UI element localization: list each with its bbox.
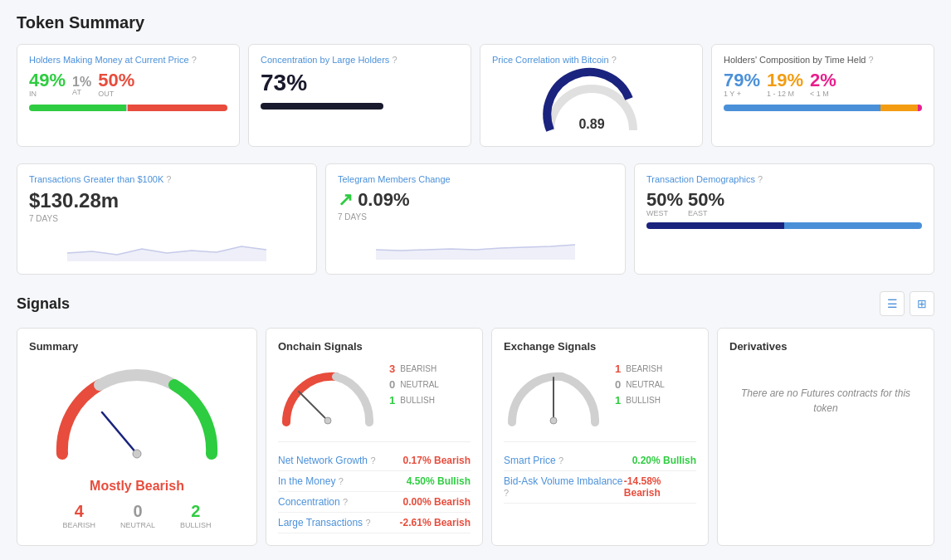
- svg-line-5: [299, 392, 328, 421]
- price-correlation-link[interactable]: Price Correlation with Bitcoin: [492, 55, 609, 65]
- onchain-row-3-value: -2.61% Bearish: [400, 517, 471, 528]
- onchain-bullish-label: BULLISH: [400, 396, 435, 405]
- page-title: Token Summary: [17, 13, 934, 32]
- holders-in-label: IN: [29, 90, 66, 98]
- net-network-help-icon[interactable]: ?: [370, 455, 375, 465]
- signals-title: Signals: [17, 295, 70, 313]
- concentration-card: Concentration by Large Holders ? 73%: [248, 44, 471, 147]
- demo-east-label: EAST: [688, 209, 724, 217]
- comp-1y-val: 79%: [724, 70, 760, 90]
- concentration-signal-help-icon[interactable]: ?: [343, 497, 348, 507]
- holders-at-label: AT: [72, 88, 91, 96]
- holders-money-title: Holders Making Money at Current Price ?: [29, 55, 227, 65]
- exchange-row-0-name[interactable]: Smart Price ?: [504, 455, 563, 466]
- demo-west-label: WEST: [646, 209, 683, 217]
- list-icon: ☰: [887, 297, 898, 310]
- holders-progress-bar: [29, 105, 227, 111]
- holders-out-label: OUT: [98, 90, 134, 98]
- holders-money-link[interactable]: Holders Making Money at Current Price: [29, 55, 189, 65]
- in-money-help-icon[interactable]: ?: [339, 476, 344, 486]
- price-correlation-title: Price Correlation with Bitcoin ?: [492, 55, 690, 65]
- exchange-row-0: Smart Price ? 0.20% Bullish: [504, 450, 696, 471]
- onchain-row-1: In the Money ? 4.50% Bullish: [278, 471, 471, 492]
- demographics-help-icon[interactable]: ?: [758, 174, 763, 184]
- exchange-bullish-label: BULLISH: [626, 396, 661, 405]
- telegram-link[interactable]: Telegram Members Change: [338, 174, 451, 184]
- exchange-neutral-label: NEUTRAL: [626, 380, 665, 389]
- holders-at-pct: 1%: [72, 75, 91, 89]
- onchain-row-1-value: 4.50% Bullish: [407, 475, 471, 487]
- onchain-row-0-name[interactable]: Net Network Growth ?: [278, 455, 376, 466]
- onchain-neutral-label: NEUTRAL: [400, 380, 439, 389]
- exchange-neutral-count: 0: [615, 378, 621, 391]
- price-correlation-help-icon[interactable]: ?: [612, 55, 617, 65]
- derivatives-title: Derivatives: [729, 340, 922, 353]
- transactions-card: Transactions Greater than $100K ? $130.2…: [17, 163, 317, 275]
- summary-title: Summary: [29, 340, 245, 353]
- onchain-gauge: [278, 363, 378, 431]
- summary-neutral-count: 0 NEUTRAL: [120, 502, 155, 529]
- telegram-period: 7 DAYS: [338, 212, 613, 222]
- svg-line-3: [102, 412, 137, 454]
- telegram-sparkline: [338, 226, 613, 260]
- mostly-bearish-label: Mostly Bearish: [29, 479, 245, 494]
- transactions-title: Transactions Greater than $100K ?: [29, 174, 305, 184]
- exchange-rows: Smart Price ? 0.20% Bullish Bid-Ask Volu…: [504, 441, 696, 504]
- holders-composition-help-icon[interactable]: ?: [869, 55, 874, 65]
- onchain-row-0: Net Network Growth ? 0.17% Bearish: [278, 450, 471, 471]
- svg-point-4: [133, 450, 141, 458]
- concentration-title: Concentration by Large Holders ?: [261, 55, 459, 65]
- onchain-row-0-value: 0.17% Bearish: [403, 455, 471, 466]
- comp-1m-val: 2%: [810, 70, 836, 90]
- exchange-row-1: Bid-Ask Volume Imbalance ? -14.58% Beari…: [504, 471, 696, 504]
- onchain-rows: Net Network Growth ? 0.17% Bearish In th…: [278, 441, 471, 533]
- exchange-row-1-name[interactable]: Bid-Ask Volume Imbalance ?: [504, 475, 624, 499]
- exchange-counts: 1 BEARISH 0 NEUTRAL 1 BULLISH: [615, 363, 696, 431]
- price-correlation-gauge: 0.89: [492, 70, 690, 136]
- list-view-button[interactable]: ☰: [880, 291, 905, 316]
- holders-out-pct: 50%: [98, 70, 134, 90]
- grid-view-button[interactable]: ⊞: [910, 291, 934, 316]
- holders-composition-card: Holders' Composition by Time Held ? 79% …: [711, 44, 934, 147]
- exchange-card: Exchange Signals 1 BEARISH: [491, 328, 709, 546]
- transactions-help-icon[interactable]: ?: [166, 174, 171, 184]
- bid-ask-help-icon[interactable]: ?: [504, 488, 509, 498]
- comp-12m-label: 1 - 12 M: [767, 90, 803, 98]
- onchain-card: Onchain Signals 3 BEARISH: [266, 328, 483, 546]
- onchain-title: Onchain Signals: [278, 340, 471, 353]
- onchain-row-2-value: 0.00% Bearish: [403, 496, 471, 508]
- concentration-help-icon[interactable]: ?: [392, 55, 397, 65]
- onchain-row-3: Large Transactions ? -2.61% Bearish: [278, 513, 471, 533]
- comp-1y-label: 1 Y +: [724, 90, 760, 98]
- transactions-value: $130.28m: [29, 189, 305, 212]
- price-correlation-card: Price Correlation with Bitcoin ? 0.89: [480, 44, 703, 147]
- derivatives-card: Derivatives There are no Futures contrac…: [717, 328, 934, 546]
- summary-gauge: [29, 363, 245, 470]
- onchain-counts: 3 BEARISH 0 NEUTRAL 1 BULLISH: [389, 363, 471, 431]
- comp-12m-val: 19%: [767, 70, 803, 90]
- onchain-bullish-count: 1: [389, 394, 395, 407]
- grid-icon: ⊞: [917, 297, 927, 310]
- svg-point-6: [324, 417, 331, 424]
- holders-money-help-icon[interactable]: ?: [192, 55, 197, 65]
- transactions-link[interactable]: Transactions Greater than $100K: [29, 174, 163, 184]
- onchain-row-2-name[interactable]: Concentration ?: [278, 496, 348, 508]
- svg-marker-1: [67, 246, 266, 261]
- demographics-card: Transaction Demographics ? 50% WEST 50% …: [634, 163, 934, 275]
- smart-price-help-icon[interactable]: ?: [558, 455, 563, 465]
- exchange-gauge: [504, 363, 603, 431]
- exchange-title: Exchange Signals: [504, 340, 696, 353]
- demo-west-pct: 50%: [646, 189, 683, 210]
- onchain-row-3-name[interactable]: Large Transactions ?: [278, 517, 371, 528]
- exchange-bearish-label: BEARISH: [626, 364, 662, 373]
- demographics-title: Transaction Demographics ?: [646, 174, 922, 184]
- onchain-row-1-name[interactable]: In the Money ?: [278, 475, 344, 487]
- svg-text:0.89: 0.89: [578, 117, 604, 131]
- summary-card: Summary Mostly Bearish 4 BE: [17, 328, 257, 546]
- concentration-bar: [261, 103, 383, 110]
- telegram-value: ↗ 0.09%: [338, 189, 613, 211]
- concentration-link[interactable]: Concentration by Large Holders: [261, 55, 389, 65]
- transactions-period: 7 DAYS: [29, 214, 305, 223]
- large-tx-help-icon[interactable]: ?: [365, 518, 370, 528]
- demographics-link[interactable]: Transaction Demographics: [646, 174, 755, 184]
